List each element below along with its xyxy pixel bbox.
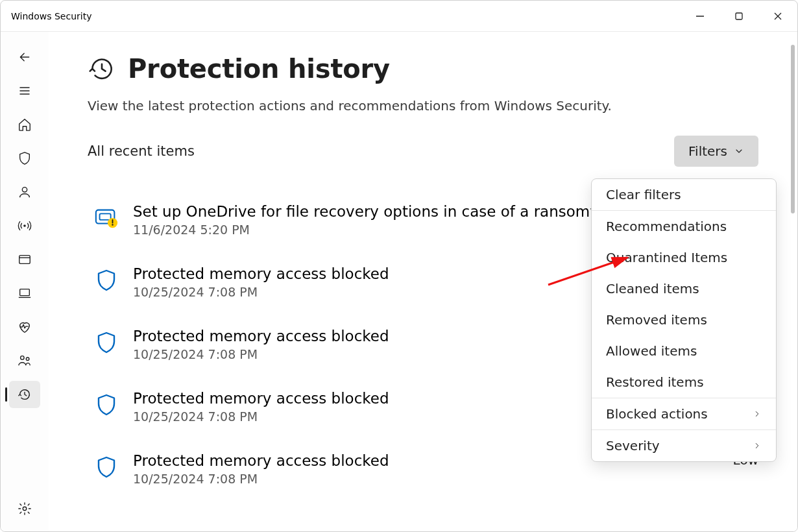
- shield-blue-icon: [94, 455, 119, 479]
- menu-allowed[interactable]: Allowed items: [592, 335, 776, 367]
- scrollbar[interactable]: [791, 45, 795, 524]
- shield-blue-icon: [94, 330, 119, 355]
- svg-rect-1: [736, 13, 742, 19]
- history-icon: [18, 387, 32, 402]
- nav-hamburger[interactable]: [9, 77, 40, 104]
- page-header: Protection history: [88, 54, 758, 84]
- window-controls: [681, 1, 797, 31]
- history-item-time: 10/25/2024 7:08 PM: [133, 472, 706, 486]
- minimize-icon: [695, 12, 705, 21]
- nav-home[interactable]: [9, 111, 40, 138]
- nav-rail: [1, 32, 49, 531]
- shield-blue-icon: [94, 268, 119, 293]
- titlebar: Windows Security: [1, 1, 797, 32]
- heart-pulse-icon: [18, 320, 32, 334]
- menu-blocked-actions[interactable]: Blocked actions: [592, 398, 776, 429]
- maximize-button[interactable]: [719, 1, 758, 31]
- svg-rect-17: [100, 213, 111, 220]
- nav-device[interactable]: [9, 280, 40, 307]
- chevron-down-icon: [734, 146, 744, 156]
- menu-quarantined[interactable]: Quarantined Items: [592, 242, 776, 273]
- page-subtitle: View the latest protection actions and r…: [88, 98, 758, 114]
- nav-virus[interactable]: [9, 145, 40, 172]
- nav-history[interactable]: [9, 381, 40, 408]
- laptop-icon: [18, 286, 32, 300]
- scrollbar-thumb[interactable]: [791, 45, 795, 213]
- nav-app[interactable]: [9, 246, 40, 273]
- filters-label: Filters: [688, 143, 727, 159]
- shield-icon: [18, 151, 32, 165]
- gear-icon: [18, 502, 32, 516]
- section-header: All recent items Filters: [88, 136, 758, 167]
- svg-point-8: [23, 224, 26, 227]
- svg-point-15: [23, 507, 27, 511]
- window-title: Windows Security: [11, 11, 91, 21]
- chevron-right-icon: [753, 441, 762, 450]
- svg-rect-11: [20, 289, 30, 296]
- menu-severity[interactable]: Severity: [592, 429, 776, 461]
- section-title: All recent items: [88, 143, 195, 159]
- window-icon: [18, 252, 32, 267]
- family-icon: [18, 354, 32, 368]
- menu-restored[interactable]: Restored items: [592, 367, 776, 398]
- svg-point-13: [21, 356, 24, 360]
- menu-cleaned[interactable]: Cleaned items: [592, 273, 776, 304]
- close-button[interactable]: [758, 1, 797, 31]
- hamburger-icon: [18, 84, 31, 97]
- person-icon: [18, 185, 32, 199]
- page-title: Protection history: [128, 54, 390, 84]
- nav-firewall[interactable]: [9, 212, 40, 239]
- svg-point-19: [112, 224, 113, 225]
- home-icon: [18, 117, 32, 132]
- history-large-icon: [88, 54, 116, 83]
- nav-family[interactable]: [9, 347, 40, 374]
- nav-account[interactable]: [9, 178, 40, 206]
- nav-back[interactable]: [9, 43, 40, 71]
- close-icon: [773, 12, 782, 21]
- menu-clear-filters[interactable]: Clear filters: [592, 179, 776, 211]
- filters-menu: Clear filters Recommendations Quarantine…: [591, 178, 777, 462]
- menu-recommendations[interactable]: Recommendations: [592, 211, 776, 242]
- svg-point-14: [26, 357, 29, 361]
- minimize-button[interactable]: [681, 1, 719, 31]
- onedrive-warning-icon: [94, 206, 119, 230]
- menu-removed[interactable]: Removed items: [592, 304, 776, 335]
- svg-rect-9: [19, 256, 30, 264]
- nav-settings[interactable]: [9, 495, 40, 522]
- broadcast-icon: [18, 219, 32, 233]
- nav-performance[interactable]: [9, 313, 40, 341]
- maximize-icon: [734, 12, 744, 21]
- svg-point-7: [22, 187, 27, 192]
- filters-button[interactable]: Filters: [674, 136, 758, 167]
- shield-blue-icon: [94, 393, 119, 417]
- back-arrow-icon: [18, 51, 31, 64]
- chevron-right-icon: [753, 409, 762, 418]
